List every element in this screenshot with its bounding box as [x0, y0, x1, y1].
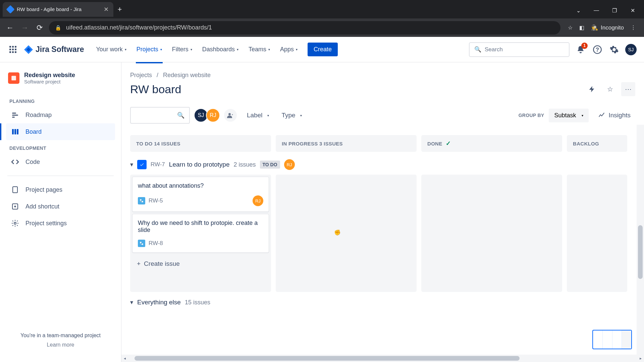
- search-icon: 🔍: [177, 112, 184, 119]
- maximize-button[interactable]: ❐: [610, 7, 619, 14]
- back-button[interactable]: ←: [5, 22, 15, 33]
- user-avatar[interactable]: SJ: [625, 44, 637, 55]
- issue-card[interactable]: what about annotations? RW-5 RJ: [132, 177, 269, 212]
- breadcrumb-projects[interactable]: Projects: [130, 72, 152, 79]
- scroll-right-arrow[interactable]: ▸: [637, 356, 644, 361]
- chevron-down-icon: ▾: [267, 114, 269, 117]
- card-title: Why do we need to shift to protopie. cre…: [138, 220, 263, 234]
- global-search-input[interactable]: 🔍 Search: [469, 42, 570, 57]
- nav-filters[interactable]: Filters▾: [169, 43, 196, 56]
- nav-apps[interactable]: Apps▾: [277, 43, 301, 56]
- sidebar-item-code[interactable]: Code: [6, 154, 115, 170]
- vertical-scrollbar[interactable]: [637, 125, 644, 355]
- swimlane-column-todo[interactable]: what about annotations? RW-5 RJ Why do w…: [130, 175, 271, 292]
- swimlane-title: Learn to do prototype: [169, 161, 230, 168]
- jira-logo[interactable]: Jira Software: [24, 45, 84, 54]
- nav-projects[interactable]: Projects▾: [133, 43, 165, 56]
- nav-your-work[interactable]: Your work▾: [93, 43, 129, 56]
- column-header-todo[interactable]: TO DO 14 ISSUES: [130, 135, 271, 152]
- automation-icon[interactable]: [585, 82, 599, 96]
- card-assignee-avatar[interactable]: RJ: [253, 195, 263, 206]
- notification-count-badge: 1: [581, 43, 588, 49]
- card-issue-key[interactable]: RW-8: [149, 240, 163, 247]
- status-lozenge[interactable]: TO DO: [260, 161, 280, 169]
- avatar-rj[interactable]: RJ: [206, 108, 220, 122]
- add-people-icon[interactable]: [223, 108, 237, 122]
- settings-gear-icon[interactable]: [608, 44, 620, 55]
- search-placeholder: Search: [485, 46, 503, 53]
- browser-tab-active[interactable]: RW board - Agile board - Jira ✕: [3, 2, 113, 17]
- insights-button[interactable]: Insights: [593, 108, 635, 122]
- label-filter[interactable]: Label▾: [244, 109, 272, 122]
- scrollbar-thumb[interactable]: [135, 356, 520, 361]
- sidebar-item-board[interactable]: Board: [6, 123, 115, 140]
- address-bar[interactable]: 🔒 uifeed.atlassian.net/jira/software/pro…: [49, 21, 560, 35]
- scrollbar-thumb[interactable]: [638, 225, 643, 279]
- new-tab-button[interactable]: +: [113, 5, 126, 14]
- jira-logo-text: Jira Software: [36, 45, 84, 54]
- sidebar-item-project-pages[interactable]: Project pages: [6, 181, 115, 198]
- chevron-down-icon: ▾: [160, 48, 162, 51]
- more-actions-icon[interactable]: ⋯: [621, 82, 635, 96]
- swimlane-issue-key[interactable]: RW-7: [151, 161, 165, 168]
- collapse-toggle-icon[interactable]: ▾: [130, 299, 133, 306]
- swimlane-header-everything-else[interactable]: ▾ Everything else 15 issues: [130, 299, 635, 306]
- swimlane-assignee-avatar[interactable]: RJ: [284, 159, 295, 170]
- project-name: Redesign website: [24, 72, 75, 79]
- close-tab-icon[interactable]: ✕: [104, 6, 109, 13]
- bookmark-star-icon[interactable]: ☆: [568, 24, 573, 31]
- browser-tab-strip: RW board - Agile board - Jira ✕ + ⌄ — ❐ …: [0, 0, 644, 18]
- nav-teams[interactable]: Teams▾: [245, 43, 273, 56]
- sidebar-item-roadmap[interactable]: Roadmap: [6, 107, 115, 123]
- svg-rect-3: [12, 113, 16, 114]
- assignee-filter: SJ RJ: [196, 108, 237, 122]
- project-header[interactable]: Redesign website Software project: [6, 72, 115, 84]
- card-issue-key[interactable]: RW-5: [149, 197, 163, 204]
- board-title: RW board: [130, 83, 181, 96]
- swimlane-issue-count: 15 issues: [185, 299, 210, 306]
- board-search-input[interactable]: 🔍: [130, 107, 190, 124]
- svg-rect-15: [140, 242, 142, 243]
- swimlane-column-in-progress[interactable]: [276, 175, 417, 292]
- create-issue-button[interactable]: + Create issue: [132, 255, 269, 273]
- issue-card[interactable]: Why do we need to shift to protopie. cre…: [132, 214, 269, 253]
- column-header-done[interactable]: DONE✓: [421, 135, 562, 152]
- column-header-in-progress[interactable]: IN PROGRESS 3 ISSUES: [276, 135, 417, 152]
- column-header-backlog[interactable]: BACKLOG: [567, 135, 627, 152]
- svg-rect-6: [12, 129, 14, 134]
- chevron-down-icon[interactable]: ⌄: [574, 7, 582, 14]
- star-icon[interactable]: ☆: [603, 82, 617, 96]
- svg-rect-16: [142, 244, 143, 245]
- swimlane-column-backlog[interactable]: [567, 175, 627, 292]
- type-filter[interactable]: Type▾: [278, 109, 305, 122]
- breadcrumb-project[interactable]: Redesign website: [163, 72, 211, 79]
- app-switcher-icon[interactable]: [7, 44, 18, 55]
- swimlane-header[interactable]: ▾ RW-7 Learn to do prototype 2 issues TO…: [130, 159, 635, 170]
- svg-rect-4: [12, 115, 18, 116]
- swimlane-column-done[interactable]: [421, 175, 562, 292]
- sidebar-item-add-shortcut[interactable]: Add shortcut: [6, 198, 115, 215]
- scroll-left-arrow[interactable]: ◂: [121, 356, 128, 361]
- create-button[interactable]: Create: [308, 43, 338, 56]
- project-icon: [8, 72, 19, 84]
- nav-dashboards[interactable]: Dashboards▾: [199, 43, 242, 56]
- browser-toolbar: ← → ⟳ 🔒 uifeed.atlassian.net/jira/softwa…: [0, 18, 644, 37]
- board-minimap[interactable]: [592, 330, 632, 349]
- close-window-button[interactable]: ✕: [629, 7, 637, 14]
- minimize-button[interactable]: —: [592, 7, 600, 14]
- subtask-type-icon: [138, 197, 145, 204]
- roadmap-icon: [11, 111, 19, 119]
- help-icon[interactable]: ?: [592, 44, 603, 55]
- horizontal-scrollbar[interactable]: ◂ ▸: [121, 355, 644, 362]
- reload-button[interactable]: ⟳: [34, 22, 45, 33]
- sidebar-item-project-settings[interactable]: Project settings: [6, 215, 115, 232]
- swimlane-title: Everything else: [137, 299, 181, 306]
- browser-menu-icon[interactable]: ⋮: [631, 24, 636, 31]
- notifications-icon[interactable]: 1: [575, 44, 586, 55]
- collapse-toggle-icon[interactable]: ▾: [130, 161, 133, 168]
- search-icon: 🔍: [474, 46, 481, 53]
- learn-more-link[interactable]: Learn more: [11, 342, 110, 348]
- extensions-icon[interactable]: ◧: [579, 24, 584, 31]
- chevron-down-icon: ▾: [191, 48, 192, 51]
- group-by-dropdown[interactable]: Subtask▾: [549, 109, 588, 122]
